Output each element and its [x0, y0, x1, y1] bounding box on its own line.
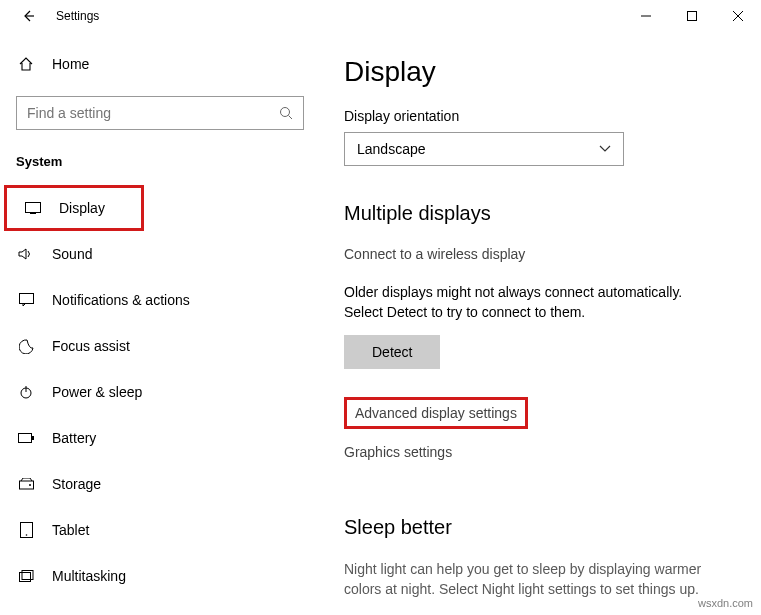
- sleep-better-text: Night light can help you get to sleep by…: [344, 559, 724, 600]
- sound-icon: [16, 247, 36, 261]
- sidebar-item-label: Focus assist: [52, 338, 130, 354]
- svg-point-16: [25, 534, 27, 536]
- orientation-label: Display orientation: [344, 108, 729, 124]
- advanced-display-link[interactable]: Advanced display settings: [344, 397, 528, 429]
- sidebar-home[interactable]: Home: [0, 40, 320, 88]
- page-title: Display: [344, 56, 729, 88]
- search-box[interactable]: [16, 96, 304, 130]
- orientation-value: Landscape: [357, 141, 426, 157]
- svg-rect-8: [19, 294, 33, 304]
- sidebar-item-focus-assist[interactable]: Focus assist: [0, 323, 320, 369]
- home-icon: [16, 56, 36, 72]
- sidebar-home-label: Home: [52, 56, 89, 72]
- title-bar: Settings: [0, 0, 761, 32]
- svg-rect-11: [19, 434, 32, 443]
- graphics-settings-link[interactable]: Graphics settings: [344, 444, 452, 460]
- detect-button[interactable]: Detect: [344, 335, 440, 369]
- older-displays-text: Older displays might not always connect …: [344, 282, 724, 323]
- close-button[interactable]: [715, 0, 761, 32]
- search-input[interactable]: [27, 105, 279, 121]
- watermark: wsxdn.com: [698, 597, 753, 609]
- sidebar-item-display[interactable]: Display: [4, 185, 144, 231]
- svg-rect-18: [22, 571, 33, 580]
- battery-icon: [16, 433, 36, 443]
- tablet-icon: [16, 522, 36, 538]
- svg-point-14: [29, 484, 31, 486]
- sidebar-item-power-sleep[interactable]: Power & sleep: [0, 369, 320, 415]
- sidebar-section: System: [0, 146, 320, 185]
- multiple-displays-heading: Multiple displays: [344, 202, 729, 225]
- sidebar-item-label: Battery: [52, 430, 96, 446]
- sidebar-item-label: Tablet: [52, 522, 89, 538]
- svg-rect-17: [19, 573, 30, 582]
- svg-rect-13: [19, 481, 33, 489]
- maximize-button[interactable]: [669, 0, 715, 32]
- sidebar-item-multitasking[interactable]: Multitasking: [0, 553, 320, 599]
- svg-rect-1: [688, 12, 697, 21]
- multitasking-icon: [16, 570, 36, 582]
- chevron-down-icon: [599, 145, 611, 153]
- sidebar: Home System Display Sound Notifications …: [0, 32, 320, 615]
- storage-icon: [16, 478, 36, 490]
- power-icon: [16, 385, 36, 399]
- display-icon: [23, 202, 43, 214]
- sleep-better-heading: Sleep better: [344, 516, 729, 539]
- sidebar-item-battery[interactable]: Battery: [0, 415, 320, 461]
- svg-line-5: [289, 116, 293, 120]
- back-button[interactable]: [16, 0, 40, 32]
- content-area: Display Display orientation Landscape Mu…: [320, 32, 761, 615]
- sidebar-item-label: Notifications & actions: [52, 292, 190, 308]
- focus-assist-icon: [16, 339, 36, 354]
- sidebar-item-notifications[interactable]: Notifications & actions: [0, 277, 320, 323]
- sidebar-item-label: Multitasking: [52, 568, 126, 584]
- svg-rect-6: [26, 203, 41, 213]
- orientation-select[interactable]: Landscape: [344, 132, 624, 166]
- window-title: Settings: [56, 9, 99, 23]
- svg-point-4: [281, 108, 290, 117]
- connect-wireless-link[interactable]: Connect to a wireless display: [344, 246, 525, 262]
- sidebar-item-label: Sound: [52, 246, 92, 262]
- window-controls: [623, 0, 761, 32]
- notifications-icon: [16, 293, 36, 307]
- minimize-button[interactable]: [623, 0, 669, 32]
- sidebar-item-storage[interactable]: Storage: [0, 461, 320, 507]
- sidebar-item-tablet[interactable]: Tablet: [0, 507, 320, 553]
- search-icon: [279, 106, 293, 120]
- svg-rect-12: [32, 436, 34, 440]
- sidebar-item-sound[interactable]: Sound: [0, 231, 320, 277]
- sidebar-item-label: Storage: [52, 476, 101, 492]
- sidebar-item-label: Power & sleep: [52, 384, 142, 400]
- sidebar-item-label: Display: [59, 200, 105, 216]
